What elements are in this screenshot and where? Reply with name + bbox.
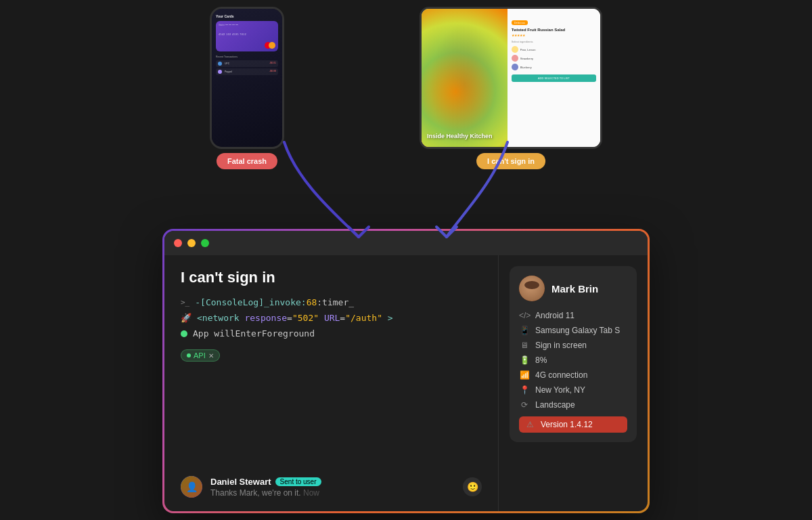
tx-dot-1	[218, 62, 222, 66]
code-icon: </>	[519, 311, 530, 320]
battery-label: 8%	[535, 355, 547, 365]
cant-signin-badge[interactable]: I can't sign in	[476, 153, 545, 169]
detail-version: ⚠ Version 1.4.12	[519, 416, 627, 433]
tag-dot	[187, 353, 191, 358]
card-number: 4542 102 4595 7812	[219, 33, 275, 36]
log-entry-1: >_ -[ConsoleLog]_invoke:68:timer_	[181, 297, 482, 307]
tx-item-2: Paypal -$0.08	[216, 68, 278, 75]
food-image: Inside Healthy Kitchen	[422, 9, 508, 147]
window-content: I can't sign in >_ -[ConsoleLog]_invoke:…	[164, 255, 648, 511]
device-label: Samsung Galaxy Tab S	[535, 326, 620, 335]
reply-time: Now	[303, 488, 319, 498]
tablet-frame: Inside Healthy Kitchen Delicious Twisted…	[420, 7, 602, 149]
card-label: Starter •••• •••• •••• ••••	[219, 24, 275, 26]
main-window: I can't sign in >_ -[ConsoleLog]_invoke:…	[162, 229, 650, 513]
tx1-amount: -$0.01	[269, 62, 276, 66]
tag-remove-icon[interactable]: ✕	[208, 352, 214, 360]
transactions-label: Recent Transactions	[216, 56, 278, 58]
smiley-icon: 🙂	[467, 481, 478, 492]
ingredient-3: Blueberry	[512, 64, 596, 70]
reply-name-row: Daniel Stewart Sent to user	[210, 477, 455, 487]
connection-label: 4G connection	[535, 370, 587, 380]
green-dot-icon	[181, 330, 187, 337]
log-text-3: App willEnterForeground	[193, 328, 315, 339]
tx-dot-2	[218, 70, 222, 74]
log-text-1: -[ConsoleLog]_invoke:68:timer_	[195, 297, 354, 307]
os-label: Android 11	[535, 311, 574, 320]
tx-item-1: UFC -$0.01	[216, 60, 278, 67]
right-panel: Mark Brin </> Android 11 📱 Samsung Galax…	[499, 255, 648, 511]
rocket-icon: 🚀	[181, 313, 191, 323]
ingredient-1: Pear, Lemon	[512, 46, 596, 53]
ingredient-2: Strawberry	[512, 55, 596, 62]
tablet-screen: Inside Healthy Kitchen Delicious Twisted…	[422, 9, 600, 147]
tag-row: API ✕	[181, 349, 482, 362]
detail-screen: 🖥 Sign in screen	[519, 341, 627, 350]
tablet-cta[interactable]: ADD SELECTED TO LIST	[512, 74, 596, 82]
traffic-light-red[interactable]	[174, 239, 182, 247]
log-entry-2: 🚀 <network response="502" URL="/auth" >	[181, 313, 482, 323]
tag-label: API	[194, 351, 206, 360]
detail-orientation: ⟳ Landscape	[519, 400, 627, 410]
phone-frame: Your Cards Starter •••• •••• •••• •••• 4…	[210, 7, 284, 149]
phone-mockup: Your Cards Starter •••• •••• •••• •••• 4…	[210, 7, 284, 149]
user-card: Mark Brin </> Android 11 📱 Samsung Galax…	[510, 266, 637, 442]
tablet-recipe-title: Twisted Fruit Russian Salad	[512, 28, 596, 32]
user-name: Mark Brin	[551, 283, 598, 295]
mastercard-logo	[265, 42, 275, 49]
warning-icon: ⚠	[524, 420, 535, 429]
tablet-left: Inside Healthy Kitchen	[422, 9, 508, 147]
phone-card: Starter •••• •••• •••• •••• 4542 102 459…	[216, 21, 278, 51]
reply-sender-name: Daniel Stewart	[210, 477, 271, 487]
terminal-icon: >_	[181, 298, 189, 307]
reply-info: Daniel Stewart Sent to user Thanks Mark,…	[210, 477, 455, 498]
emoji-button[interactable]: 🙂	[463, 477, 482, 496]
fatal-crash-badge[interactable]: Fatal crash	[217, 153, 277, 169]
reply-text: Thanks Mark, we're on it. Now	[210, 488, 455, 498]
titlebar	[164, 231, 648, 255]
tx2-name: Paypal	[225, 70, 232, 73]
screen-label: Sign in screen	[535, 341, 587, 350]
detail-os: </> Android 11	[519, 311, 627, 320]
detail-battery: 🔋 8%	[519, 355, 627, 365]
user-details: </> Android 11 📱 Samsung Galaxy Tab S 🖥 …	[519, 311, 627, 433]
version-label: Version 1.4.12	[541, 420, 593, 429]
traffic-light-green[interactable]	[201, 239, 209, 247]
reply-avatar: 👤	[181, 476, 202, 498]
log-entries: >_ -[ConsoleLog]_invoke:68:timer_ 🚀 <net…	[181, 297, 482, 339]
detail-connection: 📶 4G connection	[519, 370, 627, 380]
tablet-headline: Inside Healthy Kitchen	[427, 133, 493, 140]
api-tag[interactable]: API ✕	[181, 349, 220, 362]
traffic-light-yellow[interactable]	[187, 239, 196, 247]
tx1-name: UFC	[225, 62, 229, 65]
tablet-right: Delicious Twisted Fruit Russian Salad ★★…	[508, 9, 600, 147]
mc-orange-circle	[269, 42, 275, 49]
phone-screen: Your Cards Starter •••• •••• •••• •••• 4…	[212, 9, 282, 147]
top-section: Your Cards Starter •••• •••• •••• •••• 4…	[0, 0, 812, 190]
phone-icon: 📱	[519, 326, 530, 335]
log-entry-3: App willEnterForeground	[181, 328, 482, 339]
user-avatar	[519, 276, 545, 301]
orientation-label: Landscape	[535, 400, 575, 410]
detail-location: 📍 New York, NY	[519, 385, 627, 395]
rotate-icon: ⟳	[519, 400, 530, 410]
log-text-2: <network response="502" URL="/auth" >	[197, 313, 393, 323]
detail-device: 📱 Samsung Galaxy Tab S	[519, 326, 627, 335]
reply-row: 👤 Daniel Stewart Sent to user Thanks Mar…	[181, 471, 482, 498]
location-icon: 📍	[519, 385, 530, 395]
phone-header: Your Cards	[216, 14, 278, 18]
tx2-amount: -$0.08	[269, 70, 276, 74]
battery-icon: 🔋	[519, 355, 530, 365]
sent-badge: Sent to user	[275, 477, 321, 486]
left-panel: I can't sign in >_ -[ConsoleLog]_invoke:…	[164, 255, 499, 511]
tablet-mockup: Inside Healthy Kitchen Delicious Twisted…	[420, 7, 602, 149]
location-label: New York, NY	[535, 385, 585, 395]
issue-title: I can't sign in	[181, 269, 482, 286]
tablet-badge: Delicious	[512, 20, 528, 25]
monitor-icon: 🖥	[519, 341, 530, 350]
window-inner: I can't sign in >_ -[ConsoleLog]_invoke:…	[164, 231, 648, 511]
user-header: Mark Brin	[519, 276, 627, 301]
signal-icon: 📶	[519, 370, 530, 380]
